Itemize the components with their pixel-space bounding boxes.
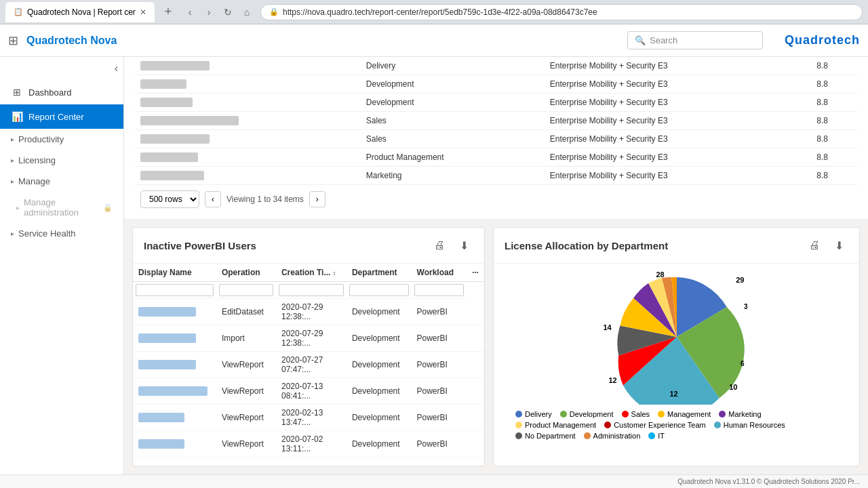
dept-cell: Development xyxy=(361,94,545,112)
license-cell: Enterprise Mobility + Security E3 xyxy=(545,148,811,167)
sidebar-item-licensing[interactable]: ▸ Licensing xyxy=(0,150,123,171)
display-name-cell: ████████ xyxy=(133,405,216,431)
sidebar-item-label: Productivity xyxy=(18,134,64,144)
operation-cell: Import xyxy=(216,325,276,352)
workload-cell: PowerBI xyxy=(412,352,467,378)
chart-panel-header: License Allocation by Department 🖨 ⬇ xyxy=(494,228,859,264)
lock-icon: 🔒 xyxy=(103,203,113,212)
new-tab-btn[interactable]: + xyxy=(160,4,176,20)
table-row: ████████████ Delivery Enterprise Mobilit… xyxy=(135,57,857,75)
operation-cell: EditDataset xyxy=(216,299,276,325)
top-table-section: ████████████ Delivery Enterprise Mobilit… xyxy=(124,57,868,219)
version-cell: 8.8 xyxy=(811,57,857,75)
name-cell: ██████████ xyxy=(135,148,361,167)
main-layout: ‹ ⊞ Dashboard 📊 Report Center ▸ Producti… xyxy=(0,57,868,474)
legend-item-administration: Administration xyxy=(584,432,641,440)
pie-label-12-center: 12 xyxy=(670,390,678,398)
legend-dot xyxy=(648,432,655,439)
sidebar-item-label: Service Health xyxy=(18,228,76,239)
col-header-operation[interactable]: Operation xyxy=(216,264,276,282)
filter-input-3[interactable] xyxy=(349,284,409,296)
grid-icon[interactable]: ⊞ xyxy=(8,33,18,48)
legend-label: Administration xyxy=(593,432,641,440)
name-cell: █████████ xyxy=(135,94,361,112)
more-cell xyxy=(467,378,484,405)
status-bar: Quadrotech Nova v1.31.0 © Quadrotech Sol… xyxy=(0,474,868,488)
dept-cell: Product Management xyxy=(361,148,545,167)
filter-input-4[interactable] xyxy=(414,284,464,296)
name-cell: ████████ xyxy=(135,75,361,94)
display-name-cell: ██████████ xyxy=(133,352,216,378)
filter-department xyxy=(347,282,412,299)
operation-cell: ViewReport xyxy=(216,352,276,378)
license-cell: Enterprise Mobility + Security E3 xyxy=(545,94,811,112)
report-table-row: ██████████ Import 2020-07-29 12:38:... D… xyxy=(133,325,484,352)
lock-icon: 🔒 xyxy=(269,7,279,16)
sidebar-item-service-health[interactable]: ▸ Service Health xyxy=(0,223,123,244)
print-icon[interactable]: 🖨 xyxy=(430,236,449,255)
legend-label: Development xyxy=(570,410,614,418)
legend-dot xyxy=(714,422,721,428)
legend-item-human-resources: Human Resources xyxy=(714,421,785,429)
sidebar-item-report-center[interactable]: 📊 Report Center xyxy=(0,104,123,129)
address-bar[interactable]: 🔒 https://nova.quadro.tech/report-center… xyxy=(260,4,863,20)
chart-title: License Allocation by Department xyxy=(505,240,800,251)
col-header-display-name[interactable]: Display Name xyxy=(133,264,216,282)
sidebar-item-dashboard[interactable]: ⊞ Dashboard xyxy=(0,80,123,104)
sidebar-item-manage[interactable]: ▸ Manage xyxy=(0,171,123,192)
version-cell: 8.8 xyxy=(811,112,857,130)
print-icon[interactable]: 🖨 xyxy=(805,236,824,255)
legend-dot xyxy=(604,422,611,428)
chevron-icon: ▸ xyxy=(11,157,14,164)
next-page-btn[interactable]: › xyxy=(309,191,326,207)
filter-input-2[interactable] xyxy=(279,284,344,296)
legend-dot xyxy=(658,411,665,418)
more-options-header[interactable]: ··· xyxy=(467,264,484,282)
version-cell: 8.8 xyxy=(811,148,857,167)
display-name-cell: ████████████ xyxy=(133,378,216,405)
department-cell: Development xyxy=(347,378,412,405)
creation-time-cell: 2020-07-27 07:47:... xyxy=(276,352,347,378)
filter-input-1[interactable] xyxy=(219,284,273,296)
sidebar-item-label: Licensing xyxy=(18,155,56,165)
legend-item-management: Management xyxy=(658,410,711,418)
sidebar-collapse-btn[interactable]: ‹ xyxy=(109,57,123,80)
filter-input-0[interactable] xyxy=(136,284,214,296)
more-cell xyxy=(467,352,484,378)
legend-dot xyxy=(515,411,522,418)
status-text: Quadrotech Nova v1.31.0 © Quadrotech Sol… xyxy=(677,478,860,485)
department-cell: Development xyxy=(347,352,412,378)
back-btn[interactable]: ‹ xyxy=(182,4,198,20)
forward-btn[interactable]: › xyxy=(201,4,217,20)
col-header-creation-ti...[interactable]: Creation Ti... ↕ xyxy=(276,264,347,282)
more-cell xyxy=(467,431,484,458)
col-header-workload[interactable]: Workload xyxy=(412,264,467,282)
browser-tab[interactable]: 📋 Quadrotech Nova | Report cen... ✕ xyxy=(5,2,155,22)
report-table-row: ██████████ ViewReport 2020-07-27 07:47:.… xyxy=(133,352,484,378)
dept-cell: Delivery xyxy=(361,57,545,75)
download-icon[interactable]: ⬇ xyxy=(829,236,848,255)
report-table-row: ████████ ViewReport 2020-02-13 13:47:...… xyxy=(133,405,484,431)
tab-title: Quadrotech Nova | Report cen... xyxy=(27,7,136,17)
workload-cell: PowerBI xyxy=(412,378,467,405)
home-btn[interactable]: ⌂ xyxy=(239,4,255,20)
legend-item-marketing: Marketing xyxy=(719,410,761,418)
legend-dot xyxy=(515,422,522,428)
creation-time-cell: 2020-07-29 12:38:... xyxy=(276,299,347,325)
prev-page-btn[interactable]: ‹ xyxy=(205,191,221,207)
rows-per-page-select[interactable]: 500 rows 100 rows 50 rows 25 rows xyxy=(140,190,199,208)
reload-btn[interactable]: ↻ xyxy=(220,4,236,20)
table-inner[interactable]: Display NameOperationCreation Ti... ↕Dep… xyxy=(133,264,484,466)
legend-item-sales: Sales xyxy=(622,410,650,418)
sidebar-item-productivity[interactable]: ▸ Productivity xyxy=(0,129,123,150)
table-row: ███████████ Marketing Enterprise Mobilit… xyxy=(135,167,857,185)
search-box[interactable]: 🔍 Search xyxy=(627,31,763,49)
department-cell: Development xyxy=(347,325,412,352)
download-icon[interactable]: ⬇ xyxy=(454,236,473,255)
creation-time-cell: 2020-07-02 13:11:... xyxy=(276,431,347,458)
creation-time-cell: 2020-07-29 12:38:... xyxy=(276,325,347,352)
version-cell: 8.8 xyxy=(811,75,857,94)
tab-close-btn[interactable]: ✕ xyxy=(140,7,146,17)
col-header-department[interactable]: Department xyxy=(347,264,412,282)
legend-item-development: Development xyxy=(560,410,614,418)
